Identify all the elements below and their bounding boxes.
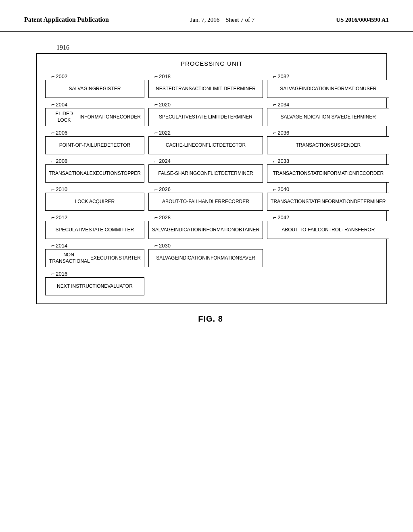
component-box-2006: POINT-OF-FAILUREDETECTOR — [45, 136, 144, 154]
header-patent-number: US 2016/0004590 A1 — [336, 17, 389, 23]
component-box-2004: ELIDED LOCKINFORMATIONRECORDER — [45, 108, 144, 126]
component-group-2020: 2020SPECULATIVESTATE LIMITDETERMINER — [148, 101, 263, 126]
component-number-2032: 2032 — [273, 73, 389, 79]
component-group-2002: 2002SALVAGINGREGISTER — [45, 73, 144, 98]
component-number-2042: 2042 — [273, 214, 389, 220]
component-box-2016: NEXT INSTRUCTIONEVALUATOR — [45, 277, 144, 295]
column-middle: 2018NESTEDTRANSACTIONLIMIT DETERMINER202… — [148, 73, 263, 295]
component-group-2032: 2032SALVAGEINDICATIONINFORMATIONUSER — [267, 73, 389, 98]
component-group-2008: 2008TRANSACTIONALEXECUTIONSTOPPER — [45, 158, 144, 183]
component-group-2040: 2040TRANSACTIONSTATEINFORMATIONDETERMINE… — [267, 186, 389, 211]
column-left: 2002SALVAGINGREGISTER2004ELIDED LOCKINFO… — [45, 73, 144, 295]
component-group-2012: 2012SPECULATIVESTATE COMMITTER — [45, 214, 144, 239]
diagram-area: 1916 PROCESSING UNIT 2002SALVAGINGREGIST… — [0, 32, 413, 332]
component-box-2032: SALVAGEINDICATIONINFORMATIONUSER — [267, 80, 389, 98]
component-box-2042: ABOUT-TO-FAILCONTROLTRANSFEROR — [267, 221, 389, 239]
component-box-2026: ABOUT-TO-FAILHANDLERRECORDER — [148, 193, 263, 211]
component-number-2014: 2014 — [51, 242, 144, 249]
figure-caption: FIG. 8 — [32, 314, 389, 324]
component-box-2020: SPECULATIVESTATE LIMITDETERMINER — [148, 108, 263, 126]
component-number-2002: 2002 — [51, 73, 144, 79]
component-number-2022: 2022 — [154, 129, 263, 136]
header-date-sheet: Jan. 7, 2016 Sheet 7 of 7 — [190, 17, 255, 23]
component-box-2030: SALVAGEINDICATIONINFORMATIONSAVER — [148, 249, 263, 267]
component-box-2036: TRANSACTIONSUSPENDER — [267, 136, 389, 154]
component-box-2028: SALVAGEINDICATIONINFORMATIONOBTAINER — [148, 221, 263, 239]
diagram-outer-label: 1916 — [56, 44, 389, 51]
header-sheet: Sheet 7 of 7 — [225, 17, 254, 23]
component-group-2030: 2030SALVAGEINDICATIONINFORMATIONSAVER — [148, 242, 263, 267]
component-number-2020: 2020 — [154, 101, 263, 108]
component-box-2040: TRANSACTIONSTATEINFORMATIONDETERMINER — [267, 193, 389, 211]
component-number-2034: 2034 — [273, 101, 389, 108]
component-group-2028: 2028SALVAGEINDICATIONINFORMATIONOBTAINER — [148, 214, 263, 239]
component-number-2018: 2018 — [154, 73, 263, 79]
component-box-2014: NON-TRANSACTIONALEXECUTIONSTARTER — [45, 249, 144, 267]
component-group-2036: 2036TRANSACTIONSUSPENDER — [267, 129, 389, 154]
component-number-2004: 2004 — [51, 101, 144, 108]
outer-box: PROCESSING UNIT 2002SALVAGINGREGISTER200… — [36, 53, 387, 304]
processing-unit-title: PROCESSING UNIT — [45, 60, 378, 67]
header-date: Jan. 7, 2016 — [190, 17, 220, 23]
component-box-2038: TRANSACTIONSTATEINFORMATIONRECORDER — [267, 164, 389, 183]
component-box-2034: SALVAGEINDICATION SAVEDETERMINER — [267, 108, 389, 126]
component-number-2008: 2008 — [51, 158, 144, 164]
component-number-2016: 2016 — [51, 270, 144, 277]
component-number-2024: 2024 — [154, 158, 263, 164]
component-box-2008: TRANSACTIONALEXECUTIONSTOPPER — [45, 164, 144, 183]
header-publication-label: Patent Application Publication — [24, 16, 109, 23]
component-group-2014: 2014NON-TRANSACTIONALEXECUTIONSTARTER — [45, 242, 144, 267]
component-number-2012: 2012 — [51, 214, 144, 220]
component-group-2006: 2006POINT-OF-FAILUREDETECTOR — [45, 129, 144, 154]
component-number-2030: 2030 — [154, 242, 263, 249]
page-header: Patent Application Publication Jan. 7, 2… — [0, 0, 413, 32]
component-box-2024: FALSE-SHARINGCONFLICTDETERMINER — [148, 164, 263, 183]
component-number-2026: 2026 — [154, 186, 263, 192]
component-group-2034: 2034SALVAGEINDICATION SAVEDETERMINER — [267, 101, 389, 126]
component-group-2018: 2018NESTEDTRANSACTIONLIMIT DETERMINER — [148, 73, 263, 98]
component-group-2016: 2016NEXT INSTRUCTIONEVALUATOR — [45, 270, 144, 295]
component-number-2010: 2010 — [51, 186, 144, 192]
component-box-2018: NESTEDTRANSACTIONLIMIT DETERMINER — [148, 80, 263, 98]
component-box-2022: CACHE-LINECONFLICTDETECTOR — [148, 136, 263, 154]
component-group-2004: 2004ELIDED LOCKINFORMATIONRECORDER — [45, 101, 144, 126]
component-group-2038: 2038TRANSACTIONSTATEINFORMATIONRECORDER — [267, 158, 389, 183]
component-box-2010: LOCK ACQUIRER — [45, 193, 144, 211]
component-group-2022: 2022CACHE-LINECONFLICTDETECTOR — [148, 129, 263, 154]
component-group-2010: 2010LOCK ACQUIRER — [45, 186, 144, 211]
component-group-2024: 2024FALSE-SHARINGCONFLICTDETERMINER — [148, 158, 263, 183]
component-box-2002: SALVAGINGREGISTER — [45, 80, 144, 98]
component-number-2036: 2036 — [273, 129, 389, 136]
component-box-2012: SPECULATIVESTATE COMMITTER — [45, 221, 144, 239]
column-right: 2032SALVAGEINDICATIONINFORMATIONUSER2034… — [267, 73, 389, 295]
component-group-2042: 2042ABOUT-TO-FAILCONTROLTRANSFEROR — [267, 214, 389, 239]
component-group-2026: 2026ABOUT-TO-FAILHANDLERRECORDER — [148, 186, 263, 211]
component-number-2006: 2006 — [51, 129, 144, 136]
component-number-2038: 2038 — [273, 158, 389, 164]
component-number-2040: 2040 — [273, 186, 389, 192]
columns-container: 2002SALVAGINGREGISTER2004ELIDED LOCKINFO… — [45, 73, 378, 295]
component-number-2028: 2028 — [154, 214, 263, 220]
